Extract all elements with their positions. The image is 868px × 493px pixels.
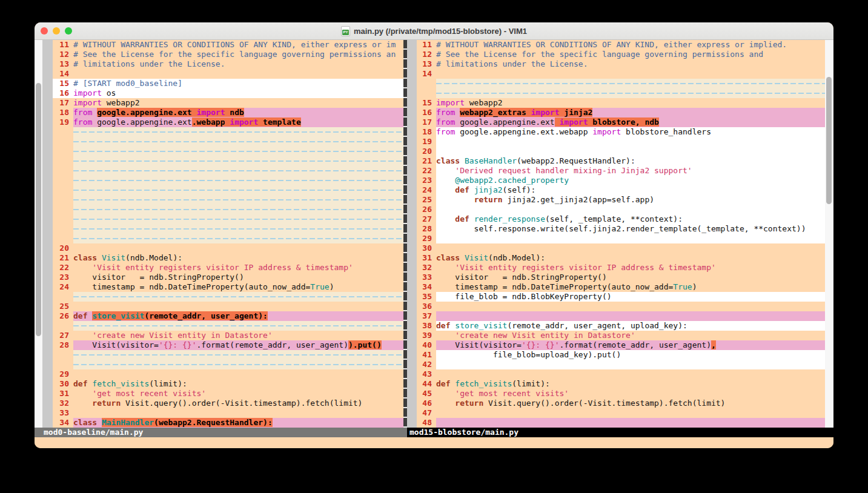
code-line[interactable]: 34class MainHandler(webapp2.RequestHandl… (53, 418, 403, 428)
window-titlebar[interactable]: PY main.py (/private/tmp/mod15-blobstore… (35, 22, 833, 40)
code-line[interactable]: 33 visitor = ndb.StringProperty() (417, 273, 825, 282)
code-line[interactable]: 20 (417, 147, 825, 156)
filler-line[interactable] (53, 321, 403, 331)
code-line[interactable]: 35 file_blob = ndb.BlobKeyProperty() (417, 292, 825, 302)
filler-line[interactable] (53, 156, 403, 166)
code-line[interactable]: 25 (53, 302, 403, 311)
code-line[interactable]: 23 @webapp2.cached_property (417, 176, 825, 185)
code-line[interactable]: 25 return jinja2.get_jinja2(app=self.app… (417, 195, 825, 205)
filler-line[interactable] (53, 350, 403, 360)
code-line[interactable]: 41 file_blob=upload_key).put() (417, 350, 825, 360)
line-number (53, 292, 73, 302)
command-line-area[interactable] (35, 437, 833, 448)
filler-line[interactable] (53, 185, 403, 195)
line-number (53, 176, 73, 185)
zoom-button[interactable] (65, 27, 72, 35)
left-code-area[interactable]: 11# WITHOUT WARRANTIES OR CONDITIONS OF … (53, 40, 403, 428)
code-line[interactable]: 20 (53, 243, 403, 253)
code-line[interactable]: 30 (417, 243, 825, 253)
code-line[interactable]: 48 (417, 418, 825, 428)
code-line[interactable]: 18from google.appengine.ext import ndb (53, 108, 403, 117)
left-scrollbar-thumb[interactable] (36, 83, 41, 336)
code-line[interactable]: 16import os (53, 88, 403, 98)
filler-line[interactable] (417, 88, 825, 98)
code-line[interactable]: 16from webapp2_extras import jinja2 (417, 108, 825, 117)
code-line[interactable]: 46 return Visit.query().order(-Visit.tim… (417, 399, 825, 408)
filler-line[interactable] (53, 292, 403, 302)
code-line[interactable]: 39 'create new Visit entity in Datastore… (417, 331, 825, 340)
code-line[interactable]: 29 (417, 234, 825, 243)
left-scrollbar[interactable] (35, 40, 42, 428)
filler-line[interactable] (53, 195, 403, 205)
code-line[interactable]: 27 def render_response(self, _template, … (417, 214, 825, 224)
filler-line[interactable] (53, 137, 403, 147)
right-statusline: mod15-blobstore/main.py (407, 428, 833, 437)
minimize-button[interactable] (53, 27, 60, 35)
code-line[interactable]: 45 'get most recent visits' (417, 389, 825, 399)
code-line[interactable]: 13# limitations under the License. (53, 59, 403, 69)
code-line[interactable]: 19 (417, 137, 825, 147)
left-statusline: mod0-baseline/main.py (35, 428, 407, 437)
code-line[interactable]: 17import webapp2 (53, 98, 403, 108)
filler-line[interactable] (417, 79, 825, 88)
code-line[interactable]: 24 timestamp = ndb.DateTimeProperty(auto… (53, 282, 403, 292)
code-line[interactable]: 42 (417, 360, 825, 369)
code-line[interactable]: 24 def jinja2(self): (417, 185, 825, 195)
code-line[interactable]: 28 Visit(visitor='{}: {}'.format(remote_… (53, 340, 403, 350)
code-line[interactable]: 36 (417, 302, 825, 311)
code-line[interactable]: 47 (417, 408, 825, 418)
code-line[interactable]: 18from google.appengine.ext.webapp impor… (417, 127, 825, 137)
code-line[interactable]: 12# See the License for the specific lan… (53, 50, 403, 59)
right-diff-pane[interactable]: 11# WITHOUT WARRANTIES OR CONDITIONS OF … (407, 40, 825, 428)
code-line[interactable]: 43 (417, 369, 825, 379)
code-line[interactable]: 14 (53, 69, 403, 79)
right-scrollbar[interactable] (825, 40, 833, 428)
right-code-area[interactable]: 11# WITHOUT WARRANTIES OR CONDITIONS OF … (417, 40, 825, 428)
close-button[interactable] (41, 27, 48, 35)
code-line[interactable]: 32 return Visit.query().order(-Visit.tim… (53, 399, 403, 408)
filler-line[interactable] (53, 205, 403, 214)
code-line[interactable]: 21class Visit(ndb.Model): (53, 253, 403, 263)
code-line[interactable]: 30def fetch_visits(limit): (53, 379, 403, 389)
code-line[interactable]: 37 (417, 311, 825, 321)
code-line[interactable]: 12# See the License for the specific lan… (417, 50, 825, 59)
filler-line[interactable] (53, 234, 403, 243)
code-line[interactable]: 14 (417, 69, 825, 79)
code-line[interactable]: 23 visitor = ndb.StringProperty() (53, 273, 403, 282)
code-line[interactable]: 38def store_visit(remote_addr, user_agen… (417, 321, 825, 331)
line-number: 21 (417, 156, 436, 166)
code-line[interactable]: 26 (417, 205, 825, 214)
code-line[interactable]: 22 'Derived request handler mixing-in Ji… (417, 166, 825, 176)
line-number: 20 (53, 243, 73, 253)
code-line[interactable]: 15import webapp2 (417, 98, 825, 108)
code-line[interactable]: 21class BaseHandler(webapp2.RequestHandl… (417, 156, 825, 166)
code-line[interactable]: 40 Visit(visitor='{}: {}'.format(remote_… (417, 340, 825, 350)
code-line[interactable]: 28 self.response.write(self.jinja2.rende… (417, 224, 825, 234)
code-line[interactable]: 31 'get most recent visits' (53, 389, 403, 399)
filler-line[interactable] (53, 224, 403, 234)
code-line[interactable]: 11# WITHOUT WARRANTIES OR CONDITIONS OF … (53, 40, 403, 50)
code-line[interactable]: 17from google.appengine.ext import blobs… (417, 117, 825, 127)
code-line[interactable]: 22 'Visit entity registers visitor IP ad… (53, 263, 403, 273)
line-number: 14 (417, 69, 436, 79)
filler-line[interactable] (53, 214, 403, 224)
code-line[interactable]: 26def store_visit(remote_addr, user_agen… (53, 311, 403, 321)
filler-line[interactable] (53, 166, 403, 176)
code-line[interactable]: 44def fetch_visits(limit): (417, 379, 825, 389)
code-line[interactable]: 13# limitations under the License. (417, 59, 825, 69)
code-line[interactable]: 15# [START mod0_baseline] (53, 79, 403, 88)
code-line[interactable]: 19from google.appengine.ext.webapp impor… (53, 117, 403, 127)
code-line[interactable]: 27 'create new Visit entity in Datastore… (53, 331, 403, 340)
filler-line[interactable] (53, 360, 403, 369)
code-line[interactable]: 34 timestamp = ndb.DateTimeProperty(auto… (417, 282, 825, 292)
filler-line[interactable] (53, 176, 403, 185)
code-line[interactable]: 11# WITHOUT WARRANTIES OR CONDITIONS OF … (417, 40, 825, 50)
code-line[interactable]: 33 (53, 408, 403, 418)
code-line[interactable]: 32 'Visit entity registers visitor IP ad… (417, 263, 825, 273)
left-diff-pane[interactable]: 11# WITHOUT WARRANTIES OR CONDITIONS OF … (42, 40, 403, 428)
filler-line[interactable] (53, 127, 403, 137)
filler-line[interactable] (53, 147, 403, 156)
code-line[interactable]: 29 (53, 369, 403, 379)
right-scrollbar-thumb[interactable] (826, 77, 832, 204)
code-line[interactable]: 31class Visit(ndb.Model): (417, 253, 825, 263)
